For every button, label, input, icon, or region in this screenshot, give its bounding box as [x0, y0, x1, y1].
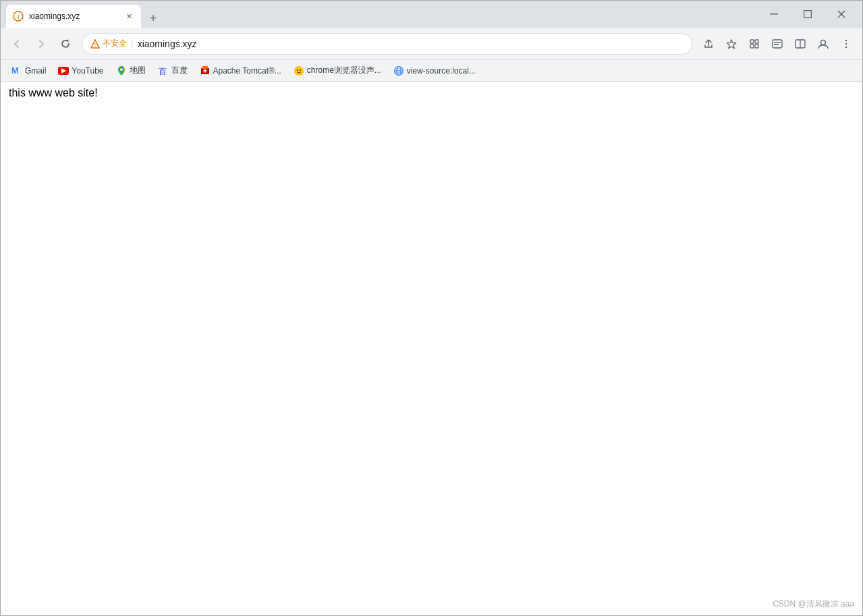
extensions-button[interactable]: [744, 33, 765, 55]
forward-button[interactable]: [30, 33, 52, 55]
bookmarks-bar: M Gmail YouTube 地图 百: [1, 60, 862, 82]
menu-icon: [841, 38, 852, 49]
svg-point-29: [294, 66, 304, 76]
share-icon: [703, 38, 714, 49]
maximize-button[interactable]: [792, 4, 823, 24]
svg-text:!: !: [94, 43, 96, 47]
security-label: 不安全: [103, 38, 127, 49]
bookmark-chrome-sound-label: chrome浏览器没声...: [307, 65, 381, 76]
profile-button[interactable]: [812, 33, 834, 55]
tab-title: xiaomings.xyz: [29, 11, 118, 21]
svg-text:百: 百: [159, 67, 167, 76]
security-warning[interactable]: ! 不安全: [90, 38, 127, 49]
svg-point-31: [300, 69, 301, 71]
svg-point-21: [845, 43, 847, 44]
svg-rect-15: [774, 42, 781, 43]
star-icon: [726, 38, 737, 49]
bookmark-button[interactable]: [721, 33, 742, 55]
tab-search-button[interactable]: [767, 33, 788, 55]
bookmark-baidu[interactable]: 百 百度: [152, 63, 193, 78]
svg-text:!: !: [18, 13, 20, 20]
bookmark-maps[interactable]: 地图: [111, 63, 151, 78]
chrome-smile-icon: [294, 65, 304, 76]
svg-point-22: [845, 46, 847, 47]
share-button[interactable]: [698, 33, 719, 55]
address-bar[interactable]: ! 不安全 | xiaomings.xyz: [82, 33, 692, 55]
bookmark-tomcat-label: Apache Tomcat®...: [213, 66, 281, 76]
bookmark-maps-label: 地图: [130, 65, 146, 76]
watermark: CSDN @清风微凉 aaa: [773, 598, 854, 610]
bookmark-view-source[interactable]: view-source:local...: [388, 64, 481, 78]
address-divider: |: [131, 38, 134, 49]
svg-rect-3: [804, 11, 812, 18]
svg-point-30: [297, 69, 298, 71]
bookmark-view-source-label: view-source:local...: [407, 66, 476, 76]
puzzle-icon: [749, 38, 760, 49]
svg-rect-26: [202, 66, 208, 69]
tabs-area: ! xiaomings.xyz ✕ +: [6, 1, 758, 28]
tomcat-icon: cat: [200, 65, 211, 76]
svg-point-19: [821, 40, 826, 45]
back-button[interactable]: [6, 33, 28, 55]
profile-icon: [817, 38, 829, 50]
warning-icon: !: [90, 39, 100, 49]
browser-window: ! xiaomings.xyz ✕ +: [0, 0, 863, 616]
reload-button[interactable]: [55, 33, 76, 55]
baidu-icon: 百: [158, 65, 169, 76]
close-icon: [837, 10, 845, 18]
bookmark-baidu-label: 百度: [171, 65, 188, 76]
svg-rect-12: [750, 45, 754, 48]
reload-icon: [60, 38, 71, 49]
youtube-icon: [58, 67, 69, 75]
back-icon: [11, 38, 22, 49]
active-tab[interactable]: ! xiaomings.xyz ✕: [6, 5, 141, 28]
page-content: this www web site! CSDN @清风微凉 aaa: [1, 82, 862, 615]
bookmark-youtube-label: YouTube: [72, 66, 103, 76]
minimize-button[interactable]: [758, 4, 789, 24]
minimize-icon: [770, 13, 778, 15]
split-icon: [795, 38, 806, 49]
address-text[interactable]: xiaomings.xyz: [138, 38, 684, 49]
window-controls: [758, 4, 857, 24]
maps-icon: [116, 65, 127, 76]
toolbar-actions: [698, 33, 857, 55]
globe-icon: [393, 65, 404, 76]
tab-search-icon: [772, 38, 783, 49]
page-body-text: this www web site!: [9, 87, 854, 99]
title-bar: ! xiaomings.xyz ✕ +: [1, 1, 862, 28]
svg-rect-2: [770, 13, 778, 15]
gmail-icon: M: [11, 65, 22, 76]
svg-rect-16: [774, 44, 779, 45]
close-button[interactable]: [826, 4, 857, 24]
svg-point-20: [845, 39, 847, 40]
svg-rect-11: [755, 40, 758, 43]
bookmark-gmail-label: Gmail: [25, 66, 46, 76]
forward-icon: [36, 38, 47, 49]
new-tab-button[interactable]: +: [144, 9, 163, 28]
svg-rect-13: [755, 45, 758, 48]
bookmark-youtube[interactable]: YouTube: [53, 65, 109, 77]
menu-button[interactable]: [835, 33, 857, 55]
tab-close-button[interactable]: ✕: [123, 11, 134, 22]
svg-rect-10: [750, 40, 754, 43]
svg-marker-9: [727, 40, 736, 49]
svg-text:cat: cat: [203, 69, 208, 74]
tab-favicon: !: [13, 11, 24, 22]
bookmark-tomcat[interactable]: cat Apache Tomcat®...: [194, 64, 287, 78]
split-screen-button[interactable]: [789, 33, 811, 55]
bookmark-gmail[interactable]: M Gmail: [6, 64, 51, 78]
maximize-icon: [804, 10, 812, 18]
toolbar: ! 不安全 | xiaomings.xyz: [1, 28, 862, 60]
svg-marker-6: [67, 39, 69, 42]
youtube-play-triangle: [61, 68, 66, 74]
bookmark-chrome-sound[interactable]: chrome浏览器没声...: [288, 63, 387, 78]
